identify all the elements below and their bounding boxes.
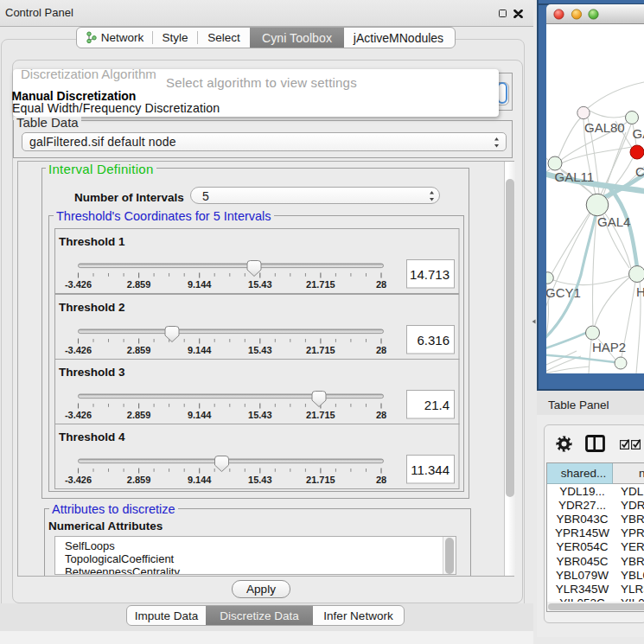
svg-text:28: 28 bbox=[376, 475, 386, 485]
svg-text:-3.426: -3.426 bbox=[65, 475, 92, 485]
svg-text:28: 28 bbox=[376, 279, 386, 290]
svg-text:HAP2: HAP2 bbox=[592, 340, 626, 354]
svg-text:GAL4: GAL4 bbox=[597, 214, 630, 229]
svg-text:2.859: 2.859 bbox=[127, 279, 151, 290]
svg-text:-3.426: -3.426 bbox=[65, 410, 92, 420]
svg-text:2.859: 2.859 bbox=[127, 410, 151, 420]
svg-text:14.713: 14.713 bbox=[410, 267, 450, 282]
svg-text:11.344: 11.344 bbox=[411, 462, 450, 477]
svg-text:15.43: 15.43 bbox=[248, 410, 272, 420]
svg-text:GCY1: GCY1 bbox=[546, 285, 581, 300]
svg-text:15.43: 15.43 bbox=[248, 475, 272, 485]
svg-text:H: H bbox=[636, 284, 644, 299]
svg-text:28: 28 bbox=[376, 410, 386, 420]
svg-text:9.144: 9.144 bbox=[188, 475, 212, 485]
svg-text:9.144: 9.144 bbox=[188, 344, 212, 354]
svg-text:9.144: 9.144 bbox=[188, 410, 212, 420]
svg-text:Threshold 2: Threshold 2 bbox=[59, 301, 125, 314]
svg-text:21.715: 21.715 bbox=[306, 410, 335, 420]
svg-text:GA: GA bbox=[633, 126, 644, 141]
svg-text:21.4: 21.4 bbox=[424, 398, 450, 412]
svg-text:15.43: 15.43 bbox=[248, 344, 272, 354]
svg-text:-3.426: -3.426 bbox=[65, 279, 92, 290]
svg-text:Threshold 3: Threshold 3 bbox=[59, 366, 125, 379]
svg-text:GAL80: GAL80 bbox=[584, 120, 625, 135]
svg-text:-3.426: -3.426 bbox=[65, 344, 92, 354]
svg-text:21.715: 21.715 bbox=[306, 344, 335, 354]
svg-text:Threshold 4: Threshold 4 bbox=[59, 430, 125, 443]
svg-text:9.144: 9.144 bbox=[188, 279, 212, 290]
svg-text:2.859: 2.859 bbox=[127, 344, 151, 354]
svg-text:21.715: 21.715 bbox=[306, 279, 335, 290]
svg-text:GAL11: GAL11 bbox=[555, 169, 595, 184]
svg-text:6.316: 6.316 bbox=[417, 332, 450, 347]
svg-text:15.43: 15.43 bbox=[248, 279, 272, 290]
svg-text:Threshold 1: Threshold 1 bbox=[59, 235, 125, 248]
svg-text:28: 28 bbox=[376, 344, 386, 354]
svg-text:2.859: 2.859 bbox=[127, 475, 151, 485]
svg-text:21.715: 21.715 bbox=[306, 475, 335, 485]
svg-text:C: C bbox=[635, 164, 644, 179]
